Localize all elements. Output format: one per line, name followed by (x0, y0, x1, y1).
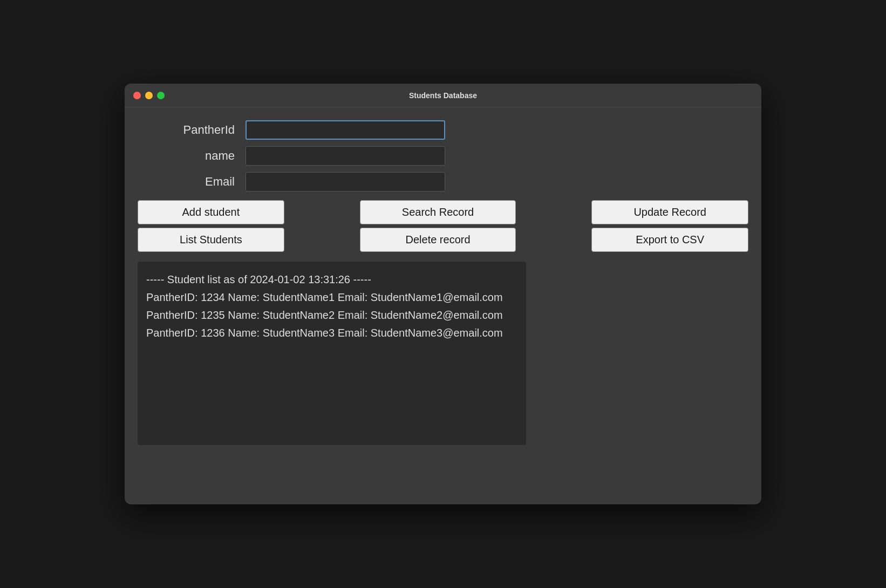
export-csv-button[interactable]: Export to CSV (591, 228, 748, 252)
window-title: Students Database (409, 91, 477, 100)
app-window: Students Database PantherId name Email A… (125, 84, 761, 504)
email-label: Email (138, 175, 235, 189)
form-section: PantherId name Email (138, 120, 748, 192)
buttons-grid: Add student Search Record Update Record … (138, 200, 748, 252)
search-record-button[interactable]: Search Record (360, 200, 516, 224)
output-area: ----- Student list as of 2024-01-02 13:3… (138, 262, 526, 445)
output-header: ----- Student list as of 2024-01-02 13:3… (146, 271, 517, 288)
title-bar: Students Database (125, 84, 761, 107)
email-input[interactable] (246, 172, 445, 192)
main-content: PantherId name Email Add student Search … (125, 107, 761, 458)
close-button[interactable] (133, 92, 141, 99)
email-row: Email (138, 172, 748, 192)
panther-id-row: PantherId (138, 120, 748, 140)
list-students-button[interactable]: List Students (138, 228, 284, 252)
student-3: PantherID: 1236 Name: StudentName3 Email… (146, 325, 517, 341)
panther-id-input[interactable] (246, 120, 445, 140)
name-input[interactable] (246, 146, 445, 166)
maximize-button[interactable] (157, 92, 165, 99)
name-row: name (138, 146, 748, 166)
name-label: name (138, 149, 235, 163)
panther-id-label: PantherId (138, 123, 235, 137)
delete-record-button[interactable]: Delete record (360, 228, 516, 252)
traffic-lights (133, 92, 165, 99)
student-1: PantherID: 1234 Name: StudentName1 Email… (146, 289, 517, 306)
minimize-button[interactable] (145, 92, 153, 99)
add-student-button[interactable]: Add student (138, 200, 284, 224)
update-record-button[interactable]: Update Record (591, 200, 748, 224)
student-2: PantherID: 1235 Name: StudentName2 Email… (146, 307, 517, 324)
